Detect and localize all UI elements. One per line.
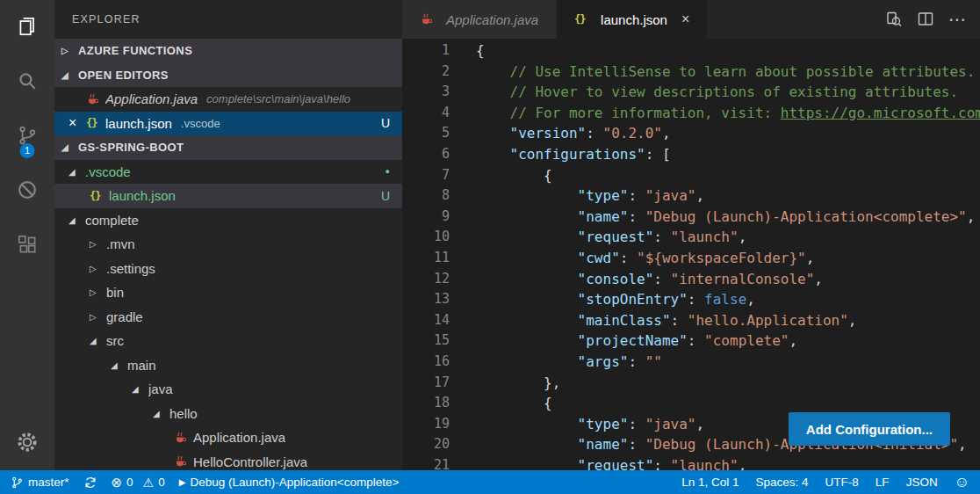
code-editor[interactable]: 1{2 // Use IntelliSense to learn about p…	[402, 39, 980, 470]
language-mode[interactable]: JSON	[906, 476, 938, 489]
line-number: 4	[402, 103, 450, 124]
chevron-expanded-icon[interactable]: ◢	[132, 384, 148, 394]
tree-item-mvn[interactable]: ▷.mvn	[54, 232, 402, 257]
code-line-15[interactable]: 15 "projectName": "complete",	[402, 331, 980, 352]
editor-actions: ⋯	[885, 0, 980, 39]
code-text: "cwd": "${workspaceFolder}",	[450, 248, 814, 269]
line-number: 17	[402, 373, 450, 394]
code-line-11[interactable]: 11 "cwd": "${workspaceFolder}",	[402, 248, 980, 269]
status-left: master* ⊗ 0 ⚠ 0 ▶ Debug (Launch)-Applica…	[11, 476, 413, 490]
settings-gear-icon[interactable]	[6, 423, 48, 461]
code-line-9[interactable]: 9 "name": "Debug (Launch)-Application<co…	[402, 207, 980, 228]
tree-item-main[interactable]: ◢main	[54, 353, 402, 378]
tree-item-settings[interactable]: ▷.settings	[54, 257, 402, 281]
close-editor-icon[interactable]: ×	[68, 116, 86, 130]
tree-item-complete[interactable]: ◢complete	[54, 208, 402, 233]
chevron-expanded-icon[interactable]: ◢	[153, 409, 169, 418]
code-text: "name": "Debug (Launch)-Application<comp…	[450, 207, 975, 228]
chevron-collapsed-icon[interactable]: ▷	[90, 312, 106, 322]
code-line-10[interactable]: 10 "request": "launch",	[402, 227, 980, 248]
code-line-5[interactable]: 5 "version": "0.2.0",	[402, 123, 980, 144]
chevron-expanded-icon[interactable]: ◢	[68, 215, 85, 225]
code-text: "stopOnEntry": false,	[450, 289, 755, 310]
tree-item-application-java[interactable]: Application.java	[54, 425, 402, 450]
tree-item-gradle[interactable]: ▷gradle	[54, 305, 402, 330]
feedback-smiley-icon[interactable]: ☺	[955, 475, 969, 490]
item-label: launch.json	[105, 116, 172, 131]
line-number: 9	[402, 207, 450, 228]
code-line-1[interactable]: 1{	[402, 40, 980, 62]
code-text: "type": "java",	[450, 185, 704, 207]
tree-item-launch-json[interactable]: {}launch.jsonU	[54, 184, 402, 208]
code-line-13[interactable]: 13 "stopOnEntry": false,	[402, 289, 980, 310]
section-header-open-editors[interactable]: ◢OPEN EDITORS	[54, 63, 402, 88]
line-number: 10	[402, 227, 450, 248]
code-line-7[interactable]: 7 {	[402, 165, 980, 186]
problems-indicator[interactable]: ⊗ 0 ⚠ 0	[112, 476, 165, 489]
code-line-2[interactable]: 2 // Use IntelliSense to learn about pos…	[402, 62, 980, 83]
error-count: 0	[126, 476, 133, 489]
java-file-icon	[174, 455, 193, 468]
open-changes-icon[interactable]	[885, 11, 903, 28]
cursor-position[interactable]: Ln 1, Col 1	[681, 476, 739, 489]
git-branch-indicator[interactable]: master*	[11, 476, 69, 490]
line-number: 5	[402, 123, 450, 144]
item-label: bin	[106, 285, 124, 300]
vscode-window: 1 EXPLORER ▷AZURE FUNCTIONS◢OPEN EDITORS…	[0, 0, 980, 494]
chevron-collapsed-icon[interactable]: ▷	[90, 287, 106, 297]
line-number: 12	[402, 269, 450, 290]
add-configuration-button[interactable]: Add Configuration...	[789, 412, 950, 446]
line-number: 20	[402, 434, 450, 455]
eol-indicator[interactable]: LF	[876, 476, 890, 489]
tab-launch-json[interactable]: {} launch.json ×	[557, 0, 707, 39]
code-text: {	[450, 40, 485, 62]
item-description: complete\src\main\java\hello	[206, 92, 350, 105]
code-line-16[interactable]: 16 "args": ""	[402, 352, 980, 373]
encoding-indicator[interactable]: UTF-8	[825, 476, 859, 489]
explorer-icon[interactable]	[6, 7, 48, 46]
open-editor-application-java[interactable]: Application.javacomplete\src\main\java\h…	[54, 87, 402, 112]
split-editor-icon[interactable]	[917, 11, 934, 28]
indentation-indicator[interactable]: Spaces: 4	[756, 476, 809, 489]
debug-launch-button[interactable]: ▶ Debug (Launch)-Application<complete>	[179, 476, 400, 489]
code-line-3[interactable]: 3 // Hover to view descriptions of exist…	[402, 82, 980, 103]
open-editor-launch-json[interactable]: ×{}launch.json.vscodeU	[54, 112, 402, 136]
line-number: 8	[402, 185, 450, 207]
tree-item-src[interactable]: ◢src	[54, 329, 402, 353]
chevron-expanded-icon[interactable]: ◢	[111, 360, 127, 370]
section-header-gs-spring-boot[interactable]: ◢GS-SPRING-BOOT	[54, 135, 402, 160]
debug-icon[interactable]	[6, 171, 48, 209]
code-line-21[interactable]: 21 "request": "launch",	[402, 455, 980, 470]
tab-application-java[interactable]: Application.java	[402, 0, 557, 39]
line-number: 21	[402, 455, 450, 470]
section-header-azure-functions[interactable]: ▷AZURE FUNCTIONS	[54, 39, 402, 63]
tree-item-java[interactable]: ◢java	[54, 377, 402, 402]
chevron-expanded-icon[interactable]: ◢	[90, 336, 106, 345]
line-number: 18	[402, 393, 450, 414]
code-line-4[interactable]: 4 // For more information, visit: https:…	[402, 103, 980, 124]
status-right: Ln 1, Col 1 Spaces: 4 UTF-8 LF JSON ☺	[665, 475, 969, 490]
code-line-17[interactable]: 17 },	[402, 373, 980, 394]
tab-label: launch.json	[601, 12, 667, 27]
tree-item-hellocontroller-java[interactable]: HelloController.java	[54, 450, 402, 471]
code-line-12[interactable]: 12 "console": "internalConsole",	[402, 269, 980, 290]
chevron-collapsed-icon[interactable]: ▷	[90, 239, 106, 249]
line-number: 11	[402, 248, 450, 269]
item-description: .vscode	[181, 117, 220, 130]
close-tab-icon[interactable]: ×	[681, 11, 689, 27]
code-text: "args": ""	[450, 352, 662, 373]
code-line-6[interactable]: 6 "configurations": [	[402, 144, 980, 165]
more-actions-icon[interactable]: ⋯	[948, 11, 966, 28]
search-icon[interactable]	[6, 62, 48, 100]
source-control-icon[interactable]: 1	[6, 116, 48, 155]
code-line-14[interactable]: 14 "mainClass": "hello.Application",	[402, 310, 980, 331]
code-line-8[interactable]: 8 "type": "java",	[402, 185, 980, 207]
tree-item-vscode[interactable]: ◢.vscode●	[54, 160, 402, 185]
chevron-collapsed-icon[interactable]: ▷	[90, 264, 106, 273]
code-line-18[interactable]: 18 {	[402, 393, 980, 414]
extensions-icon[interactable]	[6, 225, 48, 264]
tree-item-hello[interactable]: ◢hello	[54, 402, 402, 426]
sync-button[interactable]	[83, 476, 97, 490]
tree-item-bin[interactable]: ▷bin	[54, 280, 402, 305]
chevron-expanded-icon[interactable]: ◢	[68, 167, 85, 177]
